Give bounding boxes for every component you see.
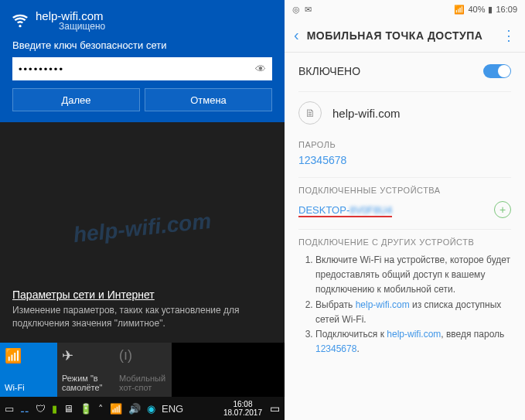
password-input-row: 👁 bbox=[12, 57, 272, 80]
taskbar: ▭ ⚋ 🛡 ▮ 🖥 🔋 ˄ 📶 🔊 ◉ ENG 16:08 18.07.2017… bbox=[0, 397, 285, 420]
watermark: help-wifi.com bbox=[72, 209, 212, 248]
signal-icon: 📶 bbox=[454, 5, 465, 15]
taskbar-clock[interactable]: 16:08 18.07.2017 bbox=[219, 400, 267, 417]
wifi-icon bbox=[12, 13, 28, 29]
divider bbox=[298, 229, 511, 230]
battery-icon: ▮ bbox=[488, 5, 493, 15]
network-tray-icon[interactable]: 📶 bbox=[110, 403, 122, 415]
page-title: МОБИЛЬНАЯ ТОЧКА ДОСТУПА bbox=[307, 29, 483, 42]
divider bbox=[298, 91, 511, 92]
connected-device[interactable]: DESKTOP-8V0F8U4 bbox=[298, 204, 392, 216]
password-input[interactable] bbox=[19, 63, 255, 75]
tile-airplane[interactable]: ✈ Режим "в самолёте" bbox=[57, 343, 114, 397]
battery-text: 40% bbox=[468, 5, 485, 14]
instruction-item: Подключиться к help-wifi.com, введя паро… bbox=[315, 327, 511, 357]
network-status: Защищено bbox=[59, 21, 105, 32]
add-device-button[interactable]: + bbox=[494, 201, 511, 218]
camera-icon: ◎ bbox=[292, 5, 300, 15]
network-settings-desc: Изменение параметров, таких как установл… bbox=[12, 304, 272, 330]
battery-icon[interactable]: 🔋 bbox=[80, 403, 92, 415]
hotspot-toggle-row[interactable]: ВКЛЮЧЕНО bbox=[298, 53, 511, 90]
divider bbox=[298, 177, 511, 178]
back-icon[interactable]: ‹ bbox=[294, 26, 299, 44]
chevron-up-icon[interactable]: ˄ bbox=[98, 403, 104, 415]
action-tiles: 📶 Wi-Fi ✈ Режим "в самолёте" (ı) Мобильн… bbox=[0, 343, 285, 397]
flyout-body: help-wifi.com Параметры сети и Интернет … bbox=[0, 122, 285, 343]
instructions: Включите Wi-Fi на устройстве, которое бу… bbox=[298, 253, 511, 357]
bluetooth-icon[interactable]: ⚋ bbox=[20, 403, 29, 415]
more-icon[interactable]: ⋮ bbox=[502, 27, 516, 44]
hotspot-password[interactable]: 12345678 bbox=[298, 154, 511, 166]
hotspot-name: help-wifi.com bbox=[332, 107, 401, 120]
instruction-item: Выбрать help-wifi.com из списка доступны… bbox=[315, 298, 511, 327]
wifi-icon: 📶 bbox=[5, 347, 53, 364]
cancel-button[interactable]: Отмена bbox=[145, 88, 272, 111]
volume-icon[interactable]: 🔊 bbox=[128, 403, 141, 415]
other-devices-label: ПОДКЛЮЧЕНИЕ С ДРУГИХ УСТРОЙСТВ bbox=[298, 237, 511, 247]
network-settings-link[interactable]: Параметры сети и Интернет bbox=[12, 289, 272, 301]
tray-icon[interactable]: ◉ bbox=[147, 403, 155, 415]
connected-section-label: ПОДКЛЮЧЕННЫЕ УСТРОЙСТВА bbox=[298, 186, 511, 195]
security-prompt: Введите ключ безопасности сети bbox=[12, 39, 272, 51]
status-time: 16:09 bbox=[496, 5, 517, 14]
android-status-bar: ◎ ✉ 📶 40% ▮ 16:09 bbox=[285, 0, 525, 19]
message-icon: ✉ bbox=[305, 5, 312, 15]
action-center-icon[interactable]: ▭ bbox=[270, 402, 280, 415]
tray-icon[interactable]: ▮ bbox=[52, 403, 57, 415]
language-indicator[interactable]: ENG bbox=[162, 403, 183, 415]
tray-icon[interactable]: 🛡 bbox=[36, 403, 46, 415]
enabled-label: ВКЛЮЧЕНО bbox=[298, 65, 360, 77]
tile-wifi[interactable]: 📶 Wi-Fi bbox=[0, 343, 57, 397]
network-config-row[interactable]: 🗎 help-wifi.com bbox=[298, 94, 511, 132]
hotspot-toggle[interactable] bbox=[483, 64, 511, 78]
reveal-password-icon[interactable]: 👁 bbox=[255, 63, 266, 75]
tray-icon[interactable]: ▭ bbox=[5, 403, 14, 415]
hotspot-icon: (ı) bbox=[119, 347, 167, 364]
tile-hotspot[interactable]: (ı) Мобильный хот-спот bbox=[114, 343, 172, 397]
password-section-label: ПАРОЛЬ bbox=[298, 140, 511, 149]
airplane-icon: ✈ bbox=[62, 347, 110, 364]
instruction-item: Включите Wi-Fi на устройстве, которое бу… bbox=[315, 253, 511, 298]
settings-content: ВКЛЮЧЕНО 🗎 help-wifi.com ПАРОЛЬ 12345678… bbox=[285, 53, 525, 420]
app-header: ‹ МОБИЛЬНАЯ ТОЧКА ДОСТУПА ⋮ bbox=[285, 19, 525, 53]
wifi-connect-panel: help-wifi.com Защищено Введите ключ безо… bbox=[0, 0, 285, 122]
tray-icon[interactable]: 🖥 bbox=[63, 403, 73, 415]
document-icon: 🗎 bbox=[298, 101, 322, 125]
next-button[interactable]: Далее bbox=[12, 88, 140, 111]
